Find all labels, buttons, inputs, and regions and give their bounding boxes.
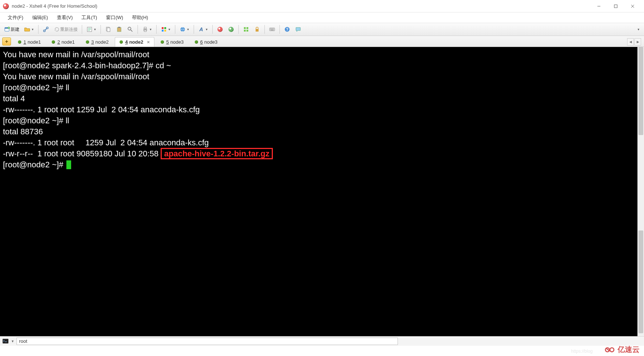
chat-button[interactable]: [293, 24, 303, 34]
compose-input[interactable]: [17, 338, 398, 345]
toolbar: 新建 ▼ 重新连接 ▼ ▼ ▼ ▼ A▼ ? ▼: [0, 23, 644, 36]
svg-rect-24: [256, 29, 259, 32]
svg-point-11: [128, 27, 131, 30]
new-window-icon: [4, 26, 11, 33]
printer-icon: [142, 26, 149, 33]
chevron-down-icon[interactable]: ▼: [11, 339, 14, 343]
font-button[interactable]: A▼: [196, 24, 210, 34]
status-dot-icon: [161, 40, 164, 44]
svg-rect-13: [144, 27, 146, 29]
maximize-button[interactable]: [607, 1, 624, 12]
compose-bar: ▼ https://blog 亿速云: [0, 336, 644, 346]
copy-button[interactable]: [103, 24, 113, 34]
font-icon: A: [198, 26, 205, 33]
new-tab-button[interactable]: +: [2, 37, 11, 46]
svg-rect-16: [164, 27, 166, 29]
close-button[interactable]: [624, 1, 641, 12]
status-dot-icon: [18, 40, 21, 44]
tab-3-node2[interactable]: 3node2: [81, 37, 113, 47]
scrollbar-thumb[interactable]: [638, 230, 643, 333]
window-controls: [590, 1, 641, 12]
web-button[interactable]: ▼: [178, 24, 191, 34]
app-icon-small: [217, 26, 223, 33]
keyboard-button[interactable]: [267, 24, 277, 34]
menu-view[interactable]: 查看(V): [54, 14, 76, 21]
help-button[interactable]: ?: [282, 24, 292, 34]
separator: [279, 25, 280, 34]
scrollbar-thumb[interactable]: [638, 47, 643, 135]
terminal-icon[interactable]: [2, 338, 9, 345]
terminal-line-pre: -rw-r--r-- 1 root root 90859180 Jul 10 2…: [3, 149, 161, 158]
svg-rect-22: [244, 30, 246, 32]
watermark: 亿速云: [603, 345, 640, 355]
terminal-line: [root@node2 ~]# ll: [3, 116, 69, 125]
svg-rect-14: [144, 30, 146, 32]
app-icon: [3, 3, 9, 9]
svg-rect-10: [118, 27, 120, 28]
tile-icon: [243, 26, 249, 33]
terminal-line: -rw-------. 1 root root 1259 Jul 2 04:54…: [3, 105, 200, 114]
help-icon: ?: [284, 26, 290, 33]
terminal-container: You have new mail in /var/spool/mail/roo…: [0, 47, 644, 336]
separator: [238, 25, 239, 34]
status-dot-icon: [52, 40, 55, 44]
separator: [194, 25, 194, 34]
find-button[interactable]: [125, 24, 135, 34]
tab-nav: ◀ ▶: [627, 38, 643, 47]
status-dot-icon: [120, 40, 123, 44]
reconnect-label: 重新连接: [60, 26, 78, 33]
tab-5-node3[interactable]: 5node3: [156, 37, 188, 47]
terminal-prompt: [root@node2 ~]#: [3, 160, 66, 169]
tabstrip: + 1node1 2node1 3node2 4node2× 5node3 6n…: [0, 36, 644, 47]
svg-point-5: [46, 27, 48, 29]
color-scheme-button[interactable]: ▼: [159, 24, 173, 34]
print-button[interactable]: ▼: [140, 24, 154, 34]
menu-edit[interactable]: 编辑(E): [29, 14, 51, 21]
separator: [38, 25, 39, 34]
tab-close-button[interactable]: ×: [147, 39, 150, 45]
status-dot-icon: [195, 40, 198, 44]
terminal-line: total 4: [3, 94, 25, 103]
connect-button[interactable]: [41, 24, 51, 34]
svg-rect-18: [164, 30, 166, 32]
open-button[interactable]: ▼: [22, 24, 36, 34]
lock-button[interactable]: [252, 24, 262, 34]
properties-button[interactable]: ▼: [84, 24, 98, 34]
terminal-line: You have new mail in /var/spool/mail/roo…: [3, 72, 149, 81]
minimize-button[interactable]: [590, 1, 607, 12]
menu-tools[interactable]: 工具(T): [78, 14, 100, 21]
color-icon: [161, 26, 167, 33]
menubar: 文件(F) 编辑(E) 查看(V) 工具(T) 窗口(W) 帮助(H): [0, 12, 644, 23]
cursor: [66, 160, 71, 169]
new-session-button[interactable]: 新建: [2, 24, 21, 34]
folder-open-icon: [24, 26, 30, 33]
svg-rect-17: [162, 30, 164, 32]
tab-2-node1[interactable]: 2node1: [47, 37, 79, 47]
svg-rect-20: [244, 27, 246, 29]
menu-window[interactable]: 窗口(W): [103, 14, 127, 21]
tab-1-node1[interactable]: 1node1: [13, 37, 45, 47]
copy-icon: [105, 26, 111, 33]
svg-text:?: ?: [286, 28, 288, 32]
menu-file[interactable]: 文件(F): [4, 14, 27, 21]
xftp-button[interactable]: [226, 24, 236, 34]
svg-rect-9: [117, 28, 121, 32]
tile-button[interactable]: [241, 24, 251, 34]
reconnect-button[interactable]: 重新连接: [52, 24, 80, 34]
separator: [138, 25, 138, 34]
tab-scroll-left[interactable]: ◀: [627, 38, 634, 46]
terminal[interactable]: You have new mail in /var/spool/mail/roo…: [0, 47, 637, 336]
separator: [175, 25, 175, 34]
tab-scroll-right[interactable]: ▶: [634, 38, 641, 46]
toolbar-overflow[interactable]: ▼: [634, 24, 642, 34]
vertical-scrollbar[interactable]: [637, 47, 644, 336]
xshell-button[interactable]: [215, 24, 225, 34]
paste-button[interactable]: [114, 24, 124, 34]
svg-rect-23: [246, 30, 248, 32]
tab-6-node3[interactable]: 6node3: [190, 37, 222, 47]
properties-icon: [86, 26, 93, 33]
menu-help[interactable]: 帮助(H): [129, 14, 151, 21]
tab-4-node2[interactable]: 4node2×: [115, 37, 154, 47]
faded-text: https://blog: [571, 349, 593, 354]
status-dot-icon: [86, 40, 89, 44]
